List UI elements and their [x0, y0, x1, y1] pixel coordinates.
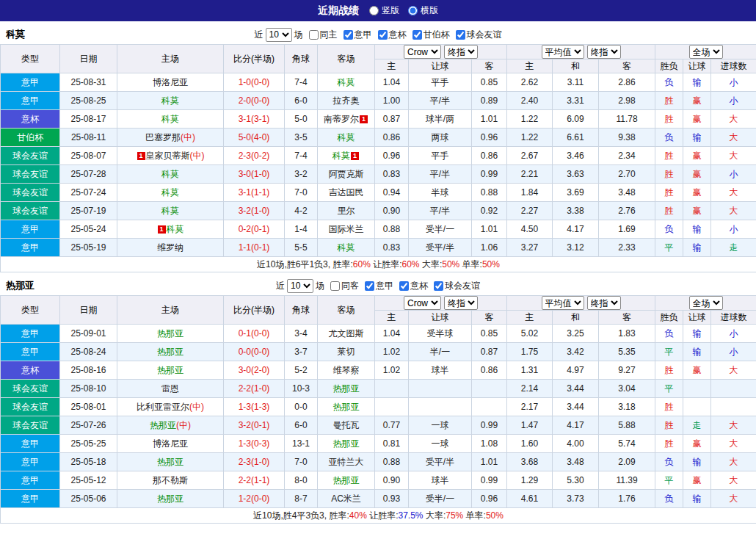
league-checkbox-label[interactable]: 球会友谊 [434, 280, 480, 292]
text-segment: 大率: [424, 510, 446, 521]
league-checkbox[interactable] [344, 30, 353, 40]
handicap-line: 球半 [409, 361, 472, 380]
result-goals-cell: 大 [711, 147, 756, 165]
avg-draw-odds: 3.63 [553, 165, 599, 184]
result-handicap-cell: 输 [683, 129, 711, 147]
result-winloss-cell: 负 [655, 73, 683, 92]
subcol-header: 主 [375, 59, 409, 73]
match-row: 意甲25-05-12那不勒斯2-2(1-1)8-0热那亚0.90球半0.991.… [1, 471, 756, 490]
col-header-score: 比分(半场) [224, 45, 285, 73]
layout-radio-group: 竖版横版 [369, 4, 438, 17]
score-cell: 1-3(0-3) [224, 435, 285, 453]
result-winloss-cell: 平 [655, 380, 683, 398]
text-segment: 近10场,胜6平1负3, 胜率: [257, 259, 353, 270]
league-checkbox-label[interactable]: 意甲 [344, 29, 372, 41]
same-ground-checkbox-label[interactable]: 同主 [309, 29, 338, 41]
handicap-home-odds: 0.94 [375, 184, 409, 202]
layout-radio-input[interactable] [408, 6, 418, 15]
handicap-away-odds [472, 398, 507, 416]
match-type-cell: 意甲 [1, 220, 60, 239]
odds-final-select[interactable]: 终指 [444, 296, 478, 310]
odds-select-header: Crow终指 [375, 45, 507, 59]
result-handicap-cell [683, 380, 711, 398]
league-checkbox[interactable] [434, 281, 443, 291]
score-cell: 3-0(1-0) [224, 165, 285, 184]
layout-radio-vertical[interactable]: 竖版 [369, 4, 399, 17]
full-match-select[interactable]: 全场 [689, 296, 723, 310]
col-header-type: 类型 [1, 296, 60, 325]
avg-value-select[interactable]: 平均值 [542, 296, 584, 310]
match-date-cell: 25-08-10 [60, 380, 117, 398]
red-card-badge: 1 [158, 225, 166, 234]
league-checkbox-label[interactable]: 意甲 [365, 280, 393, 292]
league-checkbox[interactable] [412, 30, 422, 40]
result-goals-cell: 大 [711, 416, 756, 435]
match-date-cell: 25-05-19 [60, 239, 117, 257]
result-winloss-cell: 负 [655, 490, 683, 508]
avg-draw-odds: 3.44 [553, 398, 599, 416]
result-winloss-cell: 胜 [655, 361, 683, 380]
summary-cell: 近10场,胜4平3负3, 胜率:40% 让胜率:37.5% 大率:75% 单率:… [1, 508, 756, 524]
subcol-header: 主 [507, 311, 553, 325]
league-checkbox[interactable] [365, 281, 374, 291]
avg-away-odds: 9.38 [599, 129, 655, 147]
same-ground-checkbox[interactable] [309, 30, 319, 40]
odds-company-select[interactable]: Crow [404, 45, 441, 59]
filter-bar: 科莫近10场同主意甲意杯甘伯杯球会友谊 [0, 26, 756, 43]
text-segment: 热那亚 [333, 475, 360, 485]
match-type-cell: 意甲 [1, 325, 60, 343]
same-ground-checkbox-text: 同客 [341, 280, 359, 292]
league-checkbox-text: 意杯 [389, 29, 407, 41]
avg-select-header: 平均值终指 [507, 296, 655, 311]
corner-cell: 8-0 [285, 471, 318, 490]
league-checkbox-label[interactable]: 甘伯杯 [412, 29, 450, 41]
text-segment: 科莫 [338, 132, 355, 142]
corner-cell: 8-7 [285, 490, 318, 508]
layout-radio-horizontal[interactable]: 横版 [408, 4, 438, 17]
league-checkbox[interactable] [399, 281, 409, 291]
home-team-cell: 科莫 [117, 92, 224, 110]
odds-final-select[interactable]: 终指 [444, 45, 478, 59]
avg-home-odds: 2.62 [507, 73, 553, 92]
handicap-home-odds: 0.77 [375, 416, 409, 435]
avg-away-odds: 3.18 [599, 398, 655, 416]
match-count-select[interactable]: 10 [266, 28, 292, 42]
match-type-cell: 意甲 [1, 471, 60, 490]
text-segment: 50% [442, 259, 459, 270]
text-segment: 60% [353, 259, 371, 270]
odds-company-select[interactable]: Crow [404, 296, 441, 310]
same-ground-checkbox-label[interactable]: 同客 [330, 280, 359, 292]
match-count-select[interactable]: 10 [287, 279, 313, 293]
league-checkbox-label[interactable]: 球会友谊 [456, 29, 502, 41]
avg-final-select[interactable]: 终指 [587, 45, 621, 59]
text-segment: 热那亚 [157, 365, 183, 375]
avg-value-select[interactable]: 平均值 [542, 45, 584, 59]
text-segment: 尤文图斯 [329, 328, 364, 339]
handicap-home-odds: 1.02 [375, 361, 409, 380]
text-segment: 科莫 [338, 242, 355, 253]
layout-radio-input[interactable] [369, 6, 379, 15]
results-table: 类型日期主场比分(半场)角球客场Crow终指平均值终指全场主让球客主和客胜负让球… [0, 295, 756, 524]
subcol-header: 胜负 [655, 311, 683, 325]
result-handicap-cell: 赢 [683, 435, 711, 453]
match-row: 球会友谊25-07-24科莫3-1(1-1)7-0吉达国民0.94半球0.881… [1, 184, 756, 202]
away-team-cell: 阿贾克斯 [318, 165, 375, 184]
league-checkbox-label[interactable]: 意杯 [378, 29, 407, 41]
avg-final-select[interactable]: 终指 [587, 296, 621, 310]
home-team-cell: 1科莫 [117, 220, 224, 239]
corner-cell: 3-2 [285, 165, 318, 184]
same-ground-checkbox[interactable] [330, 281, 340, 291]
col-header-home: 主场 [117, 45, 224, 73]
handicap-home-odds: 0.90 [375, 471, 409, 490]
league-checkbox-label[interactable]: 意杯 [399, 280, 428, 292]
away-team-cell: 热那亚 [318, 435, 375, 453]
handicap-away-odds: 1.01 [472, 453, 507, 471]
result-handicap-cell: 输 [683, 220, 711, 239]
away-team-cell: 曼托瓦 [318, 416, 375, 435]
match-date-cell: 25-08-16 [60, 361, 117, 380]
league-checkbox[interactable] [456, 30, 465, 40]
avg-home-odds: 2.17 [507, 398, 553, 416]
full-match-select[interactable]: 全场 [689, 45, 723, 59]
corner-cell: 7-4 [285, 147, 318, 165]
league-checkbox[interactable] [378, 30, 388, 40]
